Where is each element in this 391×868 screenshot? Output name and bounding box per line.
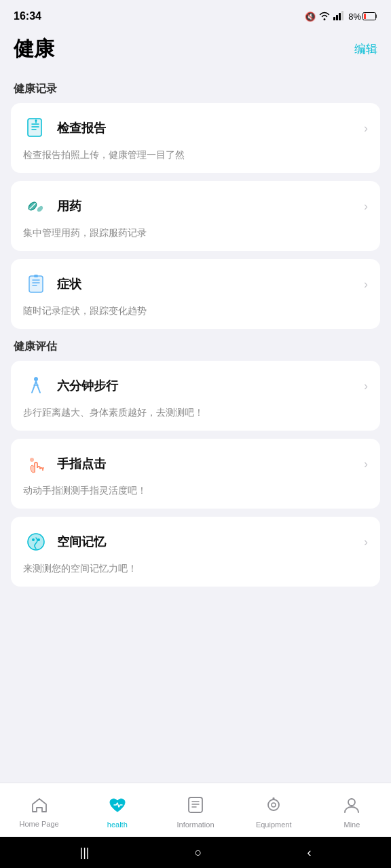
medication-desc: 集中管理用药，跟踪服药记录 — [23, 226, 368, 240]
medication-title: 用药 — [57, 198, 81, 214]
status-bar: 16:34 🔇 8% — [0, 0, 391, 30]
section-title-health-assessment: 健康评估 — [14, 340, 377, 354]
memory-icon — [23, 529, 49, 555]
svg-rect-18 — [189, 797, 202, 812]
nav-item-health[interactable]: health — [78, 783, 156, 837]
svg-point-19 — [268, 800, 279, 810]
nav-item-mine[interactable]: Mine — [313, 783, 391, 837]
walk-title: 六分钟步行 — [57, 378, 118, 394]
memory-chevron: › — [364, 535, 368, 549]
report-chevron: › — [364, 121, 368, 136]
svg-point-7 — [35, 120, 37, 122]
back-button[interactable]: ‹ — [307, 846, 311, 860]
signal-icon — [333, 11, 346, 22]
battery-icon: 8% — [348, 12, 377, 22]
system-nav-bar: ||| ○ ‹ — [0, 837, 391, 868]
finger-title: 手指点击 — [57, 456, 106, 472]
svg-rect-21 — [273, 797, 275, 800]
card-medication[interactable]: 用药 › 集中管理用药，跟踪服药记录 — [11, 181, 380, 251]
health-icon — [108, 796, 127, 818]
svg-rect-5 — [364, 14, 366, 19]
medication-chevron: › — [364, 199, 368, 214]
mine-icon — [343, 796, 360, 818]
wifi-icon — [318, 11, 331, 22]
svg-point-22 — [348, 799, 355, 806]
nav-item-equipment[interactable]: Equipment — [235, 783, 313, 837]
svg-rect-3 — [341, 11, 343, 20]
walk-desc: 步行距离越大、身体素质越好，去测测吧！ — [23, 406, 368, 420]
nav-item-home[interactable]: Home Page — [0, 783, 78, 837]
svg-point-16 — [32, 538, 35, 541]
walk-icon — [23, 373, 49, 399]
status-icons: 🔇 8% — [305, 11, 377, 22]
header: 健康 编辑 — [0, 30, 391, 71]
card-symptom[interactable]: 症状 › 随时记录症状，跟踪变化趋势 — [11, 259, 380, 329]
card-memory[interactable]: 空间记忆 › 来测测您的空间记忆力吧！ — [11, 517, 380, 587]
content: 健康记录 检查报告 › 检查报告拍照上传，健康管理一目了然 — [0, 71, 391, 783]
finger-icon — [23, 451, 49, 477]
medication-icon — [23, 193, 49, 219]
home-icon — [31, 797, 48, 817]
information-label: Information — [176, 821, 214, 829]
home-button[interactable]: ○ — [195, 846, 202, 860]
svg-point-20 — [272, 803, 276, 807]
home-label: Home Page — [20, 820, 59, 828]
card-finger[interactable]: 手指点击 › 动动手指测测手指灵活度吧！ — [11, 439, 380, 509]
report-icon — [23, 115, 49, 141]
edit-button[interactable]: 编辑 — [354, 41, 377, 57]
equipment-icon — [265, 796, 282, 818]
svg-rect-12 — [34, 275, 38, 277]
information-icon — [187, 796, 204, 818]
svg-rect-11 — [29, 276, 43, 292]
svg-rect-2 — [339, 13, 341, 20]
status-time: 16:34 — [14, 10, 41, 22]
svg-point-15 — [28, 534, 44, 550]
page-title: 健康 — [14, 35, 54, 63]
symptom-icon — [23, 271, 49, 297]
memory-title: 空间记忆 — [57, 534, 106, 550]
svg-point-14 — [30, 458, 34, 462]
section-title-health-records: 健康记录 — [14, 82, 377, 96]
mine-label: Mine — [343, 821, 360, 829]
svg-point-17 — [37, 538, 40, 541]
symptom-desc: 随时记录症状，跟踪变化趋势 — [23, 304, 368, 318]
finger-chevron: › — [364, 457, 368, 471]
recent-apps-button[interactable]: ||| — [80, 846, 90, 860]
report-title: 检查报告 — [57, 120, 106, 136]
svg-rect-0 — [333, 17, 335, 20]
report-desc: 检查报告拍照上传，健康管理一目了然 — [23, 148, 368, 162]
memory-desc: 来测测您的空间记忆力吧！ — [23, 561, 368, 576]
equipment-label: Equipment — [256, 821, 292, 829]
card-report[interactable]: 检查报告 › 检查报告拍照上传，健康管理一目了然 — [11, 103, 380, 173]
health-label: health — [107, 821, 128, 829]
battery-percent: 8% — [348, 12, 361, 22]
walk-chevron: › — [364, 379, 368, 393]
nav-item-information[interactable]: Information — [156, 783, 234, 837]
svg-rect-1 — [336, 15, 338, 20]
svg-point-10 — [36, 205, 44, 213]
bottom-nav: Home Page health Information — [0, 783, 391, 837]
finger-desc: 动动手指测测手指灵活度吧！ — [23, 484, 368, 498]
symptom-chevron: › — [364, 277, 368, 292]
symptom-title: 症状 — [57, 276, 81, 292]
card-walk[interactable]: 六分钟步行 › 步行距离越大、身体素质越好，去测测吧！ — [11, 361, 380, 431]
svg-rect-6 — [28, 119, 41, 136]
mute-icon: 🔇 — [305, 12, 316, 22]
